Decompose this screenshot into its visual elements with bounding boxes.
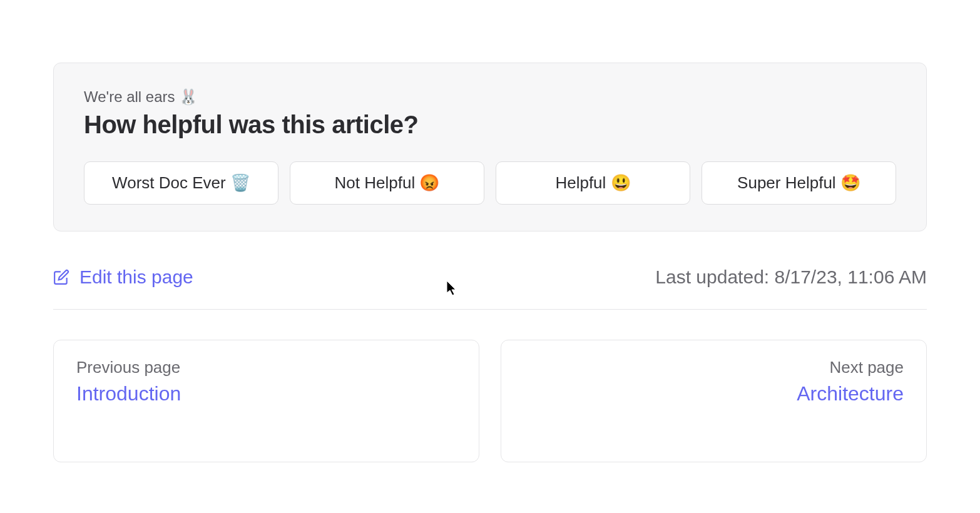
feedback-button-not-helpful[interactable]: Not Helpful 😡 (290, 161, 484, 205)
feedback-subtitle: We're all ears 🐰 (84, 88, 896, 106)
feedback-button-super-helpful[interactable]: Super Helpful 🤩 (702, 161, 896, 205)
next-page-label: Next page (524, 358, 904, 377)
feedback-panel: We're all ears 🐰 How helpful was this ar… (53, 63, 927, 231)
feedback-options-row: Worst Doc Ever 🗑️ Not Helpful 😡 Helpful … (84, 161, 896, 205)
last-updated-text: Last updated: 8/17/23, 11:06 AM (655, 267, 927, 288)
edit-page-link[interactable]: Edit this page (53, 267, 193, 288)
edit-page-label: Edit this page (79, 267, 193, 288)
feedback-title: How helpful was this article? (84, 111, 896, 139)
meta-row: Edit this page Last updated: 8/17/23, 11… (53, 267, 927, 310)
prev-page-card[interactable]: Previous page Introduction (53, 340, 479, 462)
page-nav-row: Previous page Introduction Next page Arc… (53, 340, 927, 462)
prev-page-label: Previous page (76, 358, 456, 377)
next-page-card[interactable]: Next page Architecture (501, 340, 927, 462)
next-page-title: Architecture (524, 382, 904, 405)
feedback-button-worst[interactable]: Worst Doc Ever 🗑️ (84, 161, 278, 205)
prev-page-title: Introduction (76, 382, 456, 405)
feedback-button-helpful[interactable]: Helpful 😃 (496, 161, 690, 205)
edit-icon (53, 269, 69, 285)
